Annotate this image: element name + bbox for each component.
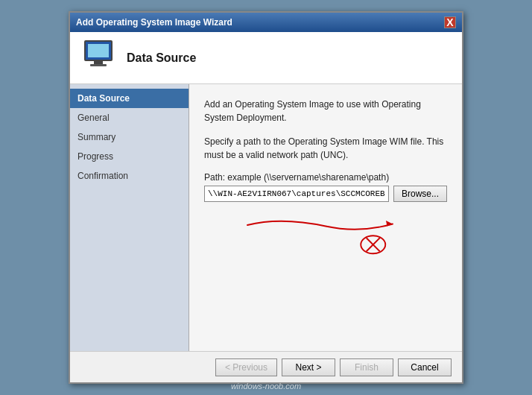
main-content: Add an Operating System Image to use wit… xyxy=(189,84,462,351)
header-title: Data Source xyxy=(127,51,196,65)
sidebar-item-progress[interactable]: Progress xyxy=(70,147,189,166)
sidebar: Data Source General Summary Progress Con… xyxy=(70,84,189,351)
next-button[interactable]: Next > xyxy=(282,358,335,376)
sidebar-item-data-source[interactable]: Data Source xyxy=(70,89,189,108)
content-area: Data Source General Summary Progress Con… xyxy=(70,84,462,351)
browse-button[interactable]: Browse... xyxy=(393,186,447,202)
title-bar: Add Operating System Image Wizard X xyxy=(70,13,462,32)
wizard-icon xyxy=(80,40,116,76)
path-input-row: Browse... xyxy=(204,186,447,202)
close-button[interactable]: X xyxy=(444,16,456,28)
path-label: Path: example (\\servername\sharename\pa… xyxy=(204,172,447,183)
wizard-window: Add Operating System Image Wizard X Data… xyxy=(69,11,463,384)
window-title: Add Operating System Image Wizard xyxy=(76,17,232,28)
finish-button[interactable]: Finish xyxy=(340,358,393,376)
previous-button[interactable]: < Previous xyxy=(215,358,277,376)
annotation-area xyxy=(204,214,447,259)
description-2: Specify a path to the Operating System I… xyxy=(204,135,447,162)
cancel-button[interactable]: Cancel xyxy=(398,358,452,376)
footer-area: < Previous Next > Finish Cancel xyxy=(70,351,462,382)
path-input[interactable] xyxy=(204,186,389,202)
sidebar-item-general[interactable]: General xyxy=(70,108,189,127)
sidebar-item-summary[interactable]: Summary xyxy=(70,127,189,147)
annotation-svg xyxy=(204,214,447,259)
header-area: Data Source xyxy=(70,32,462,84)
description-1: Add an Operating System Image to use wit… xyxy=(204,98,447,124)
sidebar-item-confirmation[interactable]: Confirmation xyxy=(70,166,189,186)
